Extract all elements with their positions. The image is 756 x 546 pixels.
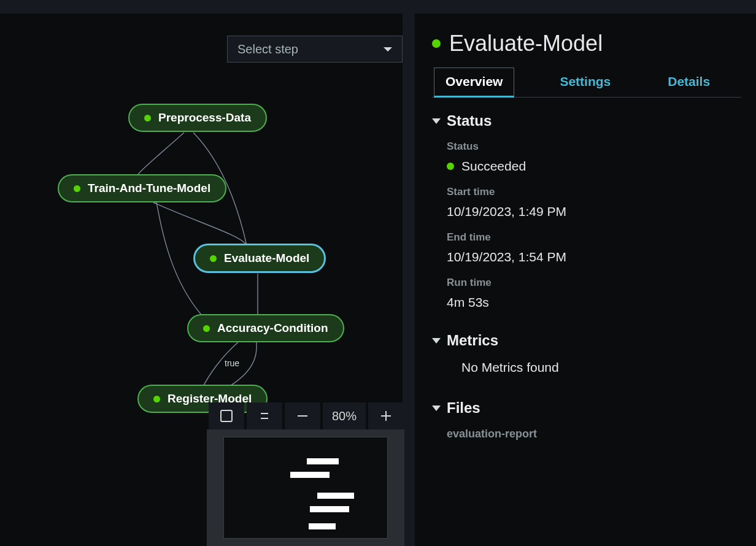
- detail-pane: Evaluate-Model Overview Settings Details…: [415, 13, 756, 546]
- pipeline-graph-pane: Select step Preprocess-Data Train-And-Tu…: [0, 13, 415, 546]
- status-dot-icon: [447, 163, 454, 170]
- plus-icon: [381, 411, 391, 421]
- status-dot-icon: [144, 115, 151, 121]
- chevron-down-icon: [384, 47, 392, 52]
- minus-icon: [298, 415, 307, 417]
- toggle-minimap-button[interactable]: [247, 402, 282, 429]
- status-dot-icon: [153, 396, 160, 402]
- chevron-down-icon: [432, 118, 441, 124]
- select-step-dropdown[interactable]: Select step: [227, 36, 403, 63]
- section-files-title: Files: [447, 399, 480, 417]
- field-start-time-value: 10/19/2023, 1:49 PM: [447, 204, 741, 219]
- node-label: Train-And-Tune-Model: [88, 182, 210, 195]
- node-train-and-tune-model[interactable]: Train-And-Tune-Model: [58, 174, 226, 202]
- field-status-value: Succeeded: [461, 159, 526, 174]
- section-status-header[interactable]: Status: [432, 112, 741, 129]
- tab-settings[interactable]: Settings: [548, 67, 622, 97]
- field-run-time: Run time 4m 53s: [447, 277, 741, 310]
- field-start-time-label: Start time: [447, 186, 741, 198]
- edge-label-true: true: [225, 358, 239, 368]
- top-bar: [0, 0, 756, 13]
- file-evaluation-report: evaluation-report: [447, 428, 741, 440]
- field-end-time-value: 10/19/2023, 1:54 PM: [447, 250, 741, 264]
- zoom-in-button[interactable]: [368, 402, 404, 429]
- field-start-time: Start time 10/19/2023, 1:49 PM: [447, 186, 741, 219]
- fit-view-button[interactable]: [209, 402, 244, 429]
- tab-details[interactable]: Details: [656, 67, 722, 97]
- status-dot-icon: [432, 39, 441, 48]
- metrics-empty-message: No Metrics found: [461, 360, 741, 375]
- status-dot-icon: [74, 185, 80, 192]
- section-metrics-header[interactable]: Metrics: [432, 332, 741, 349]
- minimap-viewport: [223, 437, 388, 539]
- node-label: Preprocess-Data: [158, 111, 251, 125]
- minimap[interactable]: [207, 429, 404, 546]
- field-end-time-label: End time: [447, 231, 741, 244]
- field-status-label: Status: [447, 140, 741, 153]
- field-run-time-label: Run time: [447, 277, 741, 289]
- node-preprocess-data[interactable]: Preprocess-Data: [128, 104, 267, 132]
- tab-overview[interactable]: Overview: [434, 67, 514, 98]
- status-dot-icon: [203, 325, 210, 332]
- detail-title: Evaluate-Model: [449, 31, 603, 56]
- chevron-down-icon: [432, 338, 441, 344]
- detail-tabs: Overview Settings Details: [432, 67, 741, 98]
- select-step-placeholder: Select step: [237, 42, 298, 56]
- chevron-down-icon: [432, 406, 441, 411]
- zoom-out-button[interactable]: [285, 402, 320, 429]
- detail-title-row: Evaluate-Model: [432, 31, 741, 56]
- node-evaluate-model[interactable]: Evaluate-Model: [194, 244, 325, 272]
- field-status: Status Succeeded: [447, 140, 741, 174]
- field-run-time-value: 4m 53s: [447, 295, 741, 310]
- zoom-level: 80%: [323, 402, 366, 429]
- node-label: Evaluate-Model: [224, 252, 309, 265]
- node-accuracy-condition[interactable]: Accuracy-Condition: [187, 314, 344, 342]
- section-files-header[interactable]: Files: [432, 399, 741, 417]
- node-label: Accuracy-Condition: [217, 321, 328, 335]
- section-metrics-title: Metrics: [447, 332, 498, 349]
- fullscreen-icon: [220, 410, 233, 422]
- zoom-toolbar: 80%: [209, 402, 404, 429]
- field-end-time: End time 10/19/2023, 1:54 PM: [447, 231, 741, 264]
- minimap-icon: [258, 411, 271, 421]
- status-dot-icon: [210, 255, 217, 262]
- section-status-title: Status: [447, 112, 492, 129]
